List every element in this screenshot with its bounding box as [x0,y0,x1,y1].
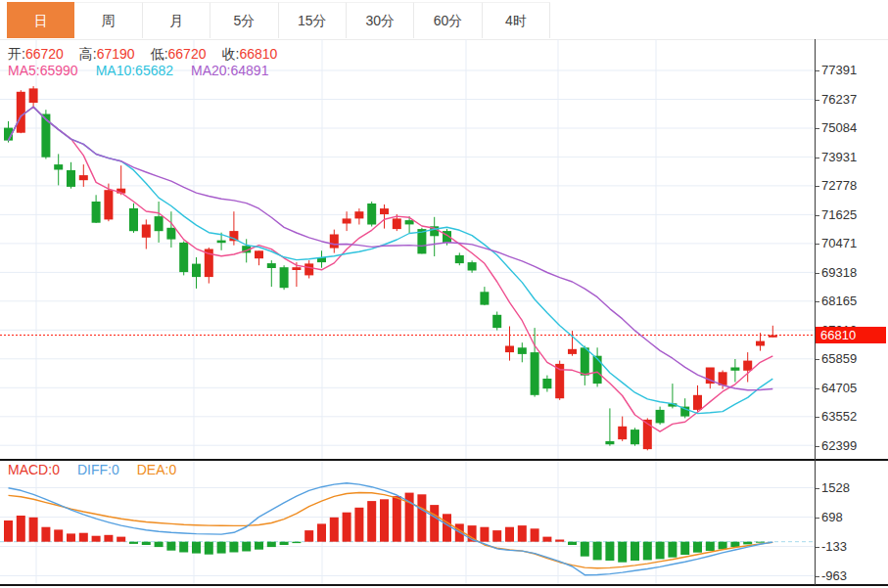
legend-item: 开:66720 [8,46,64,62]
candlestick-chart[interactable] [0,39,815,460]
timeframe-tab[interactable]: 日 [7,2,74,38]
legend-item: DEA:0 [137,462,176,477]
bottom-border [0,584,888,586]
axis-tick-label: 77391 [815,63,857,78]
legend-item: DIFF:0 [77,462,119,477]
axis-tick-label: 71625 [815,207,857,223]
axis-tick-label: 69318 [815,265,857,281]
legend-item: MACD:0 [8,462,60,477]
legend-item: MA20:64891 [191,63,268,78]
timeframe-tab[interactable]: 15分 [279,2,347,38]
axis-tick-label: 75084 [815,120,857,136]
timeframe-tab[interactable]: 60分 [414,2,482,38]
axis-tick-label: -963 [815,568,847,584]
legend-item: 高:67190 [79,46,135,62]
legend-item: 收:66810 [221,46,277,62]
axis-tick-label: 76237 [815,92,857,108]
axis-tick-label: 698 [815,510,843,525]
timeframe-tabbar: 日周月5分15分30分60分4时 [0,0,888,40]
axis-tick-label: 72778 [815,178,857,194]
timeframe-tab[interactable]: 4时 [483,2,550,38]
legend-item: MA10:65682 [96,63,173,78]
timeframe-tab[interactable]: 5分 [210,2,278,38]
axis-tick-label: 1528 [815,480,850,496]
axis-tick-label: -133 [815,539,847,555]
axis-tick-label: 63552 [815,409,857,425]
axis-tick-label: 73931 [815,150,857,165]
timeframe-tab[interactable]: 30分 [347,2,414,38]
axis-tick-label: 62399 [815,438,857,454]
current-price-badge: 66810 [816,327,886,343]
price-axis-line [815,39,816,585]
macd-chart[interactable] [0,460,815,584]
axis-tick-label: 68165 [815,294,857,309]
axis-tick-label: 70471 [815,236,857,251]
legend-item: 低:66720 [151,46,207,62]
ohlc-info-line: 开:66720高:67190低:66720收:66810 [8,46,293,64]
axis-tick-label: 65859 [815,351,857,367]
legend-item: MA5:65990 [8,63,78,78]
macd-info-line: MACD:0DIFF:0DEA:0 [8,462,194,477]
timeframe-tab[interactable]: 月 [143,2,210,38]
ma-legend-line: MA5:65990MA10:65682MA20:64891 [8,63,286,78]
timeframe-tab[interactable]: 周 [74,2,142,38]
panel-separator [0,459,888,461]
axis-tick-label: 64705 [815,381,857,396]
price-axis: 66810 7739176237750847393172778716257047… [815,39,888,585]
